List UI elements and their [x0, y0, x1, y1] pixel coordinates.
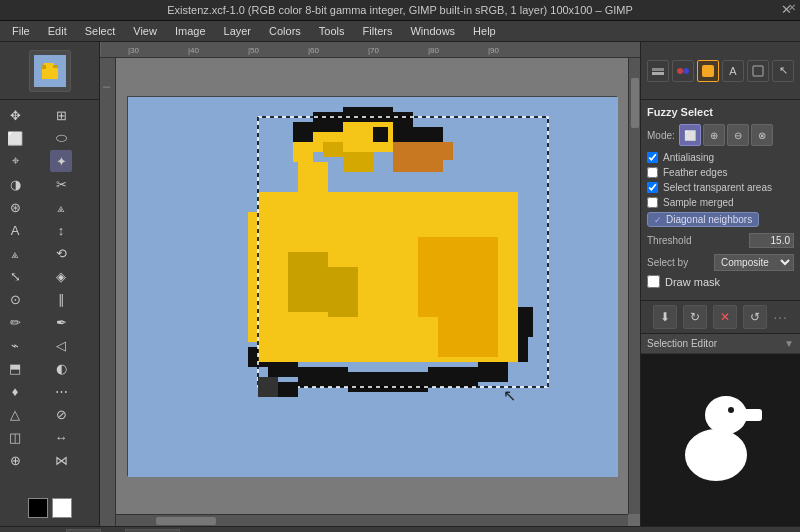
selection-editor-title: Selection Editor — [647, 338, 717, 349]
tool-color-picker[interactable]: ⋈ — [50, 449, 72, 471]
v-scroll-thumb[interactable] — [631, 78, 639, 128]
menu-layer[interactable]: Layer — [216, 23, 260, 39]
tool-blur[interactable]: △ — [4, 403, 26, 425]
antialiasing-checkbox[interactable] — [647, 152, 658, 163]
tool-flip[interactable]: ⟁ — [4, 242, 26, 264]
mode-add[interactable]: ⊕ — [703, 124, 725, 146]
svg-point-63 — [728, 407, 734, 413]
feather-checkbox[interactable] — [647, 167, 658, 178]
foreground-color[interactable] — [28, 498, 48, 518]
panel-icon-layers[interactable] — [647, 60, 669, 82]
canvas-scroll-area[interactable]: ↖ — [116, 58, 628, 514]
svg-rect-16 — [293, 122, 313, 142]
mode-replace[interactable]: ⬜ — [679, 124, 701, 146]
tool-pencil[interactable]: ✒ — [50, 311, 72, 333]
menu-file[interactable]: File — [4, 23, 38, 39]
titlebar: Existenz.xcf-1.0 (RGB color 8-bit gamma … — [0, 0, 800, 21]
diagonal-neighbors-tag[interactable]: ✓ Diagonal neighbors — [647, 212, 759, 227]
sample-merged-label[interactable]: Sample merged — [663, 197, 734, 208]
menu-edit[interactable]: Edit — [40, 23, 75, 39]
svg-point-54 — [677, 68, 683, 74]
panel-icon-pointer[interactable]: ↖ — [772, 60, 794, 82]
panel-icon-channels[interactable] — [672, 60, 694, 82]
svg-rect-17 — [313, 112, 343, 132]
select-by-dropdown[interactable]: Composite Red Green Blue Alpha — [714, 254, 794, 271]
mode-row: Mode: ⬜ ⊕ ⊖ ⊗ — [647, 124, 794, 146]
action-refresh-btn[interactable]: ↻ — [683, 305, 707, 329]
menu-filters[interactable]: Filters — [355, 23, 401, 39]
svg-rect-53 — [652, 72, 664, 75]
layer-thumbnail[interactable] — [29, 50, 71, 92]
tool-scissors[interactable]: ✂ — [50, 173, 72, 195]
tool-zoom[interactable]: ⊕ — [4, 449, 26, 471]
tool-rotate[interactable]: ⟲ — [50, 242, 72, 264]
layer-panel-close[interactable]: ✕ — [788, 2, 796, 13]
more-options[interactable]: ··· — [773, 309, 788, 325]
tool-unified[interactable]: ∥ — [50, 288, 72, 310]
ruler-top: |30 |40 |50 |60 |70 |80 |90 — [100, 42, 640, 58]
tool-fill[interactable]: ⊘ — [50, 403, 72, 425]
ruler-marks-top: |30 |40 |50 |60 |70 |80 |90 — [100, 42, 640, 57]
svg-text:|80: |80 — [428, 46, 440, 55]
panel-icon-device[interactable] — [747, 60, 769, 82]
select-transparent-label[interactable]: Select transparent areas — [663, 182, 772, 193]
feather-label[interactable]: Feather edges — [663, 167, 728, 178]
menu-colors[interactable]: Colors — [261, 23, 309, 39]
menu-tools[interactable]: Tools — [311, 23, 353, 39]
tool-gradient[interactable]: ◫ — [4, 426, 26, 448]
menu-select[interactable]: Select — [77, 23, 124, 39]
tool-align[interactable]: ⊞ — [50, 104, 72, 126]
mode-subtract[interactable]: ⊖ — [727, 124, 749, 146]
tool-scale[interactable]: ⤡ — [4, 265, 26, 287]
tool-free-select[interactable]: ⌖ — [4, 150, 26, 172]
svg-rect-21 — [413, 127, 443, 142]
menu-help[interactable]: Help — [465, 23, 504, 39]
tool-shear[interactable]: ◈ — [50, 265, 72, 287]
tool-measure[interactable]: ↔ — [50, 426, 72, 448]
tool-ellipse-select[interactable]: ⬭ — [50, 127, 72, 149]
draw-mask-label[interactable]: Draw mask — [665, 276, 720, 288]
tool-fuzzy-select[interactable]: ✦ — [50, 150, 72, 172]
tool-clone[interactable]: ⬒ — [4, 357, 26, 379]
tool-airbrush[interactable]: ⌁ — [4, 334, 26, 356]
mode-intersect[interactable]: ⊗ — [751, 124, 773, 146]
background-color[interactable] — [52, 498, 72, 518]
tool-path[interactable]: ⟁ — [50, 196, 72, 218]
tool-smudge[interactable]: ⋯ — [50, 380, 72, 402]
tool-text[interactable]: A — [4, 219, 26, 241]
draw-mask-checkbox[interactable] — [647, 275, 660, 288]
threshold-label: Threshold — [647, 235, 691, 246]
threshold-input[interactable] — [749, 233, 794, 248]
svg-rect-45 — [328, 267, 358, 317]
tool-rect-select[interactable]: ⬜ — [4, 127, 26, 149]
menu-view[interactable]: View — [125, 23, 165, 39]
tool-erase[interactable]: ◁ — [50, 334, 72, 356]
panel-icon-text[interactable]: A — [722, 60, 744, 82]
h-scroll-thumb[interactable] — [156, 517, 216, 525]
selection-editor-expand[interactable]: ▼ — [784, 338, 794, 349]
action-delete-btn[interactable]: ✕ — [713, 305, 737, 329]
tool-perspective[interactable]: ⊙ — [4, 288, 26, 310]
select-by-label: Select by — [647, 257, 688, 268]
tool-heal[interactable]: ◐ — [50, 357, 72, 379]
select-transparent-checkbox[interactable] — [647, 182, 658, 193]
ruler-left: | — [100, 58, 116, 526]
selection-editor-header: Selection Editor ▼ — [641, 334, 800, 354]
tool-by-color[interactable]: ◑ — [4, 173, 26, 195]
tool-transform[interactable]: ↕ — [50, 219, 72, 241]
panel-icon-colors[interactable] — [697, 60, 719, 82]
antialiasing-label[interactable]: Antialiasing — [663, 152, 714, 163]
sample-merged-checkbox[interactable] — [647, 197, 658, 208]
fg-bg-colors — [0, 494, 99, 522]
tool-dodge-burn[interactable]: ♦ — [4, 380, 26, 402]
tool-paint[interactable]: ✏ — [4, 311, 26, 333]
horizontal-scrollbar[interactable] — [116, 514, 628, 526]
tool-fg-select[interactable]: ⊛ — [4, 196, 26, 218]
menu-windows[interactable]: Windows — [402, 23, 463, 39]
tool-move[interactable]: ✥ — [4, 104, 26, 126]
vertical-scrollbar[interactable] — [628, 58, 640, 514]
action-download-btn[interactable]: ⬇ — [653, 305, 677, 329]
canvas-background[interactable]: ↖ — [127, 96, 617, 476]
menu-image[interactable]: Image — [167, 23, 214, 39]
action-undo-btn[interactable]: ↺ — [743, 305, 767, 329]
